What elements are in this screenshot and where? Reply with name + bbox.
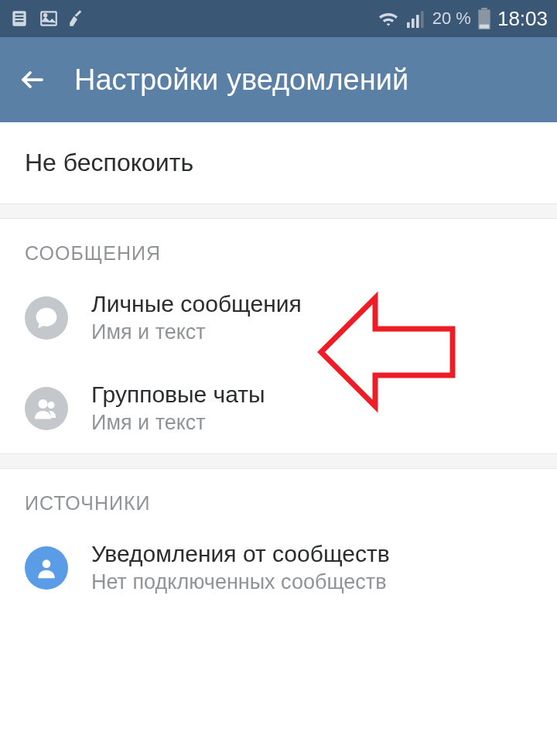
cleaner-icon [68,9,88,29]
community-notifications-subtitle: Нет подключенных сообществ [91,570,390,594]
svg-rect-2 [15,17,24,19]
svg-point-16 [43,559,51,568]
group-chats-title: Групповые чаты [91,381,265,408]
status-time: 18:03 [497,7,548,31]
private-messages-subtitle: Имя и текст [91,320,302,344]
section-divider [0,204,557,219]
private-messages-item[interactable]: Личные сообщения Имя и текст [0,272,557,363]
community-notifications-texts: Уведомления от сообществ Нет подключенны… [91,541,390,594]
svg-rect-7 [412,19,415,28]
section-header-sources: ИСТОЧНИКИ [0,469,557,522]
battery-icon [477,8,491,29]
svg-point-5 [44,14,46,16]
svg-rect-6 [407,22,410,28]
status-bar-right: 20 % 18:03 [377,7,548,31]
wifi-icon [377,9,400,28]
group-chats-texts: Групповые чаты Имя и текст [91,381,265,435]
svg-rect-4 [41,12,56,25]
status-bar-left [9,9,88,29]
chat-bubble-icon [25,296,68,340]
notification-icon [9,9,29,29]
svg-rect-12 [480,25,490,29]
svg-point-14 [39,399,48,409]
group-chats-item[interactable]: Групповые чаты Имя и текст [0,363,557,453]
section-divider [0,453,557,469]
page-title: Настройки уведомлений [74,63,408,97]
app-bar: Настройки уведомлений [0,37,557,122]
status-bar: 20 % 18:03 [0,0,557,37]
section-header-messages: СООБЩЕНИЯ [0,219,557,272]
signal-icon [406,9,426,28]
group-chats-subtitle: Имя и текст [91,411,265,435]
do-not-disturb-item[interactable]: Не беспокоить [0,122,557,204]
svg-point-15 [48,402,55,409]
svg-rect-9 [421,11,424,28]
person-icon [25,546,68,590]
svg-rect-3 [15,20,24,22]
group-icon [25,387,68,430]
svg-rect-8 [416,15,419,28]
private-messages-texts: Личные сообщения Имя и текст [91,291,302,344]
community-notifications-title: Уведомления от сообществ [91,541,390,567]
battery-percent: 20 % [432,9,471,29]
svg-rect-1 [15,14,24,15]
back-button[interactable] [19,66,46,94]
image-icon [39,9,59,29]
community-notifications-item[interactable]: Уведомления от сообществ Нет подключенны… [0,522,557,613]
svg-rect-10 [481,8,487,10]
do-not-disturb-label: Не беспокоить [25,149,193,176]
private-messages-title: Личные сообщения [91,291,302,317]
